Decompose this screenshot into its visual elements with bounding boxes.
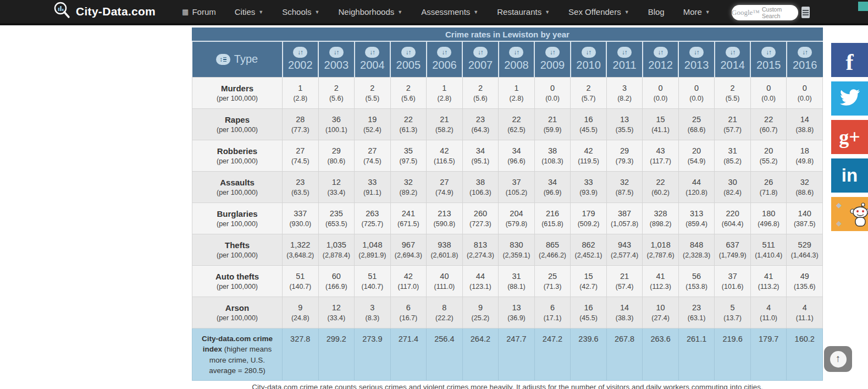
nav-item-forum[interactable]: ▦Forum — [182, 7, 216, 17]
crime-value-cell: 830(2,359.1) — [499, 234, 535, 265]
nav-item-schools[interactable]: Schools▼ — [282, 7, 319, 17]
sort-icon[interactable]: ↓↑ — [545, 47, 560, 58]
per-capita-note: (per 100,000) — [192, 283, 282, 291]
crime-count: 35 — [391, 146, 427, 155]
year-column-header-2003[interactable]: ↓↑2003 — [318, 42, 355, 77]
crime-index-value: 179.7 — [751, 328, 787, 343]
type-column-header[interactable]: ↕Type — [192, 42, 283, 77]
crime-rate: (653.5) — [319, 220, 355, 228]
sort-icon[interactable]: ↕ — [216, 54, 230, 65]
nav-item-blog[interactable]: Blog — [648, 7, 665, 17]
crime-value-cell: 0(0.0) — [787, 77, 823, 108]
year-column-header-2004[interactable]: ↓↑2004 — [355, 42, 391, 77]
crime-count: 15 — [643, 115, 678, 124]
crime-value-cell: 51(140.7) — [355, 265, 391, 297]
crime-count: 4 — [751, 303, 787, 312]
year-column-header-2013[interactable]: ↓↑2013 — [678, 42, 715, 77]
crime-value-cell: 2(5.6) — [318, 77, 355, 108]
linkedin-share-button[interactable]: in — [831, 158, 868, 193]
year-label: 2004 — [360, 59, 385, 72]
google-custom-search-input[interactable]: Google™ Custom Search — [732, 5, 798, 20]
keyboard-layout-icon[interactable] — [801, 7, 810, 18]
crime-count: 42 — [571, 146, 606, 155]
crime-count: 2 — [355, 84, 390, 92]
crime-value-cell: 235(653.5) — [318, 202, 355, 234]
sort-icon[interactable]: ↓↑ — [473, 47, 488, 58]
sort-icon[interactable]: ↓↑ — [365, 47, 379, 58]
year-column-header-2015[interactable]: ↓↑2015 — [750, 42, 787, 77]
sort-icon[interactable]: ↓↑ — [582, 47, 596, 58]
row-label-cell: Arson(per 100,000) — [192, 297, 283, 328]
crime-count: 8 — [427, 303, 462, 312]
crime-count: 943 — [607, 240, 643, 249]
sort-icon[interactable]: ↓↑ — [617, 47, 632, 58]
year-column-header-2012[interactable]: ↓↑2012 — [643, 42, 679, 77]
per-capita-note: (per 100,000) — [192, 220, 282, 228]
crime-value-cell: 15(41.1) — [643, 108, 679, 140]
crime-rate: (111.0) — [427, 283, 462, 291]
chevron-down-icon: ▼ — [397, 9, 402, 15]
google-plus-share-button[interactable]: g+ — [831, 120, 868, 154]
sort-icon[interactable]: ↓↑ — [293, 47, 307, 58]
year-column-header-2006[interactable]: ↓↑2006 — [427, 42, 463, 77]
year-column-header-2007[interactable]: ↓↑2007 — [462, 42, 499, 77]
crime-value-cell: 3(8.2) — [606, 77, 643, 108]
sort-icon[interactable]: ↓↑ — [437, 47, 451, 58]
chevron-down-icon: ▼ — [315, 9, 320, 15]
nav-item-neighborhoods[interactable]: Neighborhoods▼ — [338, 7, 402, 17]
reddit-share-button[interactable]: ◆◆ — [831, 197, 868, 231]
crime-rate: (930.0) — [283, 220, 318, 228]
crime-value-cell: 2(5.6) — [462, 77, 499, 108]
crime-value-cell: 179(509.2) — [571, 202, 607, 234]
facebook-share-button[interactable]: f — [831, 43, 868, 77]
crime-count: 5 — [715, 303, 750, 312]
per-capita-note: (per 100,000) — [192, 189, 282, 196]
year-column-header-2014[interactable]: ↓↑2014 — [715, 42, 751, 77]
crime-value-cell: 4(11.1) — [787, 297, 823, 328]
year-column-header-2008[interactable]: ↓↑2008 — [499, 42, 535, 77]
crime-rate: (108.3) — [535, 157, 571, 165]
nav-item-cities[interactable]: Cities▼ — [235, 7, 263, 17]
per-capita-note: (per 100,000) — [192, 157, 282, 165]
year-column-header-2016[interactable]: ↓↑2016 — [787, 42, 823, 77]
sort-icon[interactable]: ↓↑ — [689, 47, 704, 58]
facebook-icon: f — [846, 49, 854, 75]
crime-index-value-cell: 264.2 — [462, 328, 499, 380]
crime-value-cell: 0(0.0) — [643, 77, 679, 108]
crime-count: 235 — [319, 209, 355, 218]
crime-value-cell: 22(60.2) — [643, 171, 679, 202]
year-column-header-2010[interactable]: ↓↑2010 — [571, 42, 607, 77]
crime-count: 49 — [787, 272, 822, 281]
sort-icon[interactable]: ↓↑ — [329, 47, 344, 58]
sort-icon[interactable]: ↓↑ — [509, 47, 523, 58]
crime-value-cell: 8(22.2) — [427, 297, 463, 328]
sort-icon[interactable]: ↓↑ — [401, 47, 416, 58]
crime-count: 241 — [391, 209, 427, 218]
nav-item-more[interactable]: More▼ — [683, 7, 710, 17]
twitter-share-button[interactable] — [831, 81, 868, 116]
year-column-header-2009[interactable]: ↓↑2009 — [534, 42, 571, 77]
row-label-cell: Burglaries(per 100,000) — [192, 202, 283, 234]
crime-rate: (604.4) — [715, 220, 750, 228]
crime-index-value-cell: 160.2 — [787, 328, 823, 380]
nav-item-assessments[interactable]: Assessments▼ — [421, 7, 478, 17]
crime-rate: (41.1) — [643, 126, 678, 134]
sort-icon[interactable]: ↓↑ — [761, 47, 776, 58]
nav-item-restaurants[interactable]: Restaurants▼ — [497, 7, 550, 17]
crime-count: 33 — [355, 178, 390, 187]
sort-icon[interactable]: ↓↑ — [726, 47, 740, 58]
crime-rate: (80.6) — [319, 157, 355, 165]
year-column-header-2005[interactable]: ↓↑2005 — [390, 42, 427, 77]
crime-value-cell: 21(58.2) — [427, 108, 463, 140]
nav-item-sex-offenders[interactable]: Sex Offenders▼ — [568, 7, 629, 17]
city-data-logo[interactable]: City-Data.com — [52, 1, 156, 23]
sort-icon[interactable]: ↓↑ — [798, 47, 812, 58]
crime-value-cell: 0(0.0) — [750, 77, 787, 108]
sort-icon[interactable]: ↓↑ — [654, 47, 668, 58]
year-column-header-2011[interactable]: ↓↑2011 — [606, 42, 643, 77]
year-column-header-2002[interactable]: ↓↑2002 — [283, 42, 319, 77]
crime-index-value-cell: 239.6 — [571, 328, 607, 380]
crime-value-cell: 9(25.2) — [462, 297, 499, 328]
crime-count: 511 — [751, 240, 787, 249]
back-to-top-button[interactable]: ↑ — [824, 346, 852, 372]
